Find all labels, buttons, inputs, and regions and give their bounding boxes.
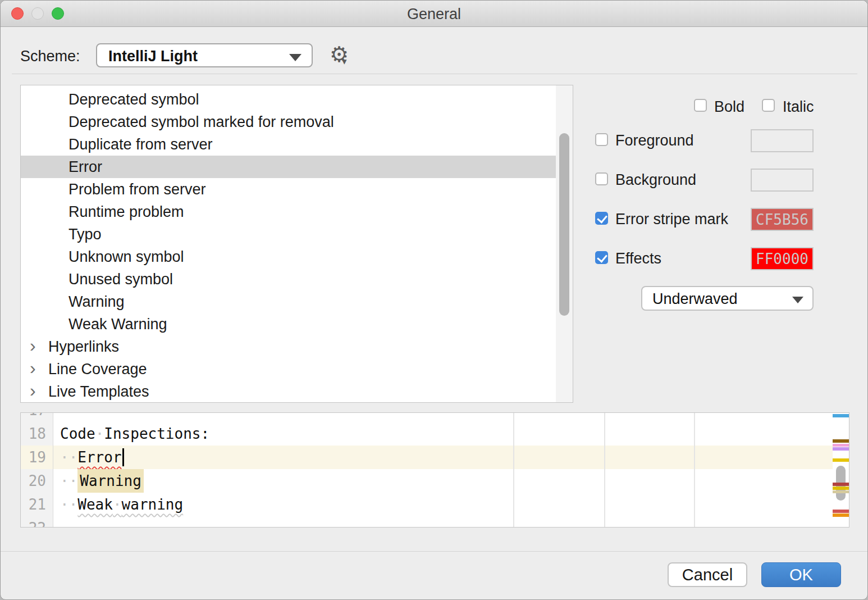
list-item[interactable]: Problem from server [21, 178, 556, 201]
title-bar: General [1, 1, 867, 27]
weak-warning-token: Weak·warning [77, 496, 183, 513]
italic-label: Italic [783, 98, 814, 116]
background-checkbox[interactable] [595, 172, 608, 185]
stripe-mark[interactable] [833, 510, 849, 513]
tree-group-line-coverage[interactable]: ›Line Coverage [21, 358, 556, 380]
error-stripe-label: Error stripe mark [615, 211, 728, 228]
list-item-selected[interactable]: Error [21, 156, 556, 178]
window-title: General [1, 6, 867, 23]
list-item[interactable]: Deprecated symbol [21, 88, 556, 111]
error-stripe-color-swatch[interactable]: CF5B56 [751, 208, 814, 231]
stripe-mark[interactable] [833, 439, 849, 443]
chevron-down-icon [792, 297, 803, 303]
list-item[interactable]: Unused symbol [21, 268, 556, 290]
list-item[interactable]: Deprecated symbol marked for removal [21, 111, 556, 133]
list-scrollbar-thumb[interactable] [559, 133, 569, 316]
stripe-mark[interactable] [833, 444, 849, 447]
scheme-value: IntelliJ Light [108, 48, 198, 65]
line-number: 19 [21, 446, 53, 469]
tree-group-live-templates[interactable]: ›Live Templates [21, 380, 556, 403]
list-item[interactable]: Weak Warning [21, 313, 556, 335]
chevron-down-icon [289, 54, 301, 61]
footer-separator [1, 551, 867, 552]
effects-checkbox[interactable] [595, 251, 608, 264]
editor-line: 21 ··Weak·warning [21, 493, 833, 516]
line-number: 17 [21, 412, 53, 422]
effects-label: Effects [615, 250, 661, 267]
editor-line: 20 ··Warning [21, 469, 833, 493]
column-guide [604, 413, 605, 527]
bold-checkbox[interactable] [694, 99, 707, 112]
foreground-checkbox[interactable] [595, 133, 608, 146]
foreground-label: Foreground [615, 132, 694, 149]
editor-line: 18 Code·Inspections: [21, 422, 833, 446]
list-item[interactable]: Unknown symbol [21, 246, 556, 268]
stripe-mark[interactable] [833, 414, 849, 417]
editor-line-current: 19 ··Error [21, 446, 833, 469]
error-token: Error [77, 449, 121, 466]
stripe-mark[interactable] [833, 513, 849, 517]
preview-editor: 17 18 Code·Inspections: 19 ··Error 20 ··… [20, 412, 849, 528]
text-caret [122, 448, 124, 466]
bold-label: Bold [714, 98, 744, 116]
scheme-label: Scheme: [20, 48, 80, 65]
effects-color-swatch[interactable]: FF0000 [751, 247, 814, 270]
stripe-mark[interactable] [833, 458, 849, 462]
editor-line: 17 [21, 412, 833, 422]
background-label: Background [615, 171, 696, 189]
ok-button[interactable]: OK [761, 562, 841, 587]
list-item[interactable]: Warning [21, 290, 556, 313]
list-scrollbar-track[interactable] [556, 85, 573, 402]
tree-group-hyperlinks[interactable]: ›Hyperlinks [21, 335, 556, 358]
chevron-right-icon[interactable]: › [30, 379, 36, 402]
italic-checkbox[interactable] [762, 99, 775, 112]
column-guide [513, 413, 514, 527]
error-stripe-column [833, 413, 849, 527]
stripe-mark[interactable] [833, 483, 849, 486]
warning-token: Warning [77, 469, 144, 493]
list-item[interactable]: Runtime problem [21, 201, 556, 223]
line-number: 22 [21, 516, 53, 528]
chevron-right-icon[interactable]: › [30, 334, 36, 357]
stripe-mark[interactable] [833, 447, 849, 451]
foreground-color-swatch[interactable] [751, 129, 814, 152]
effect-type-value: Underwaved [652, 290, 738, 308]
cancel-button[interactable]: Cancel [668, 562, 747, 587]
header-separator [12, 74, 857, 74]
stripe-mark[interactable] [833, 487, 849, 490]
list-item[interactable]: Duplicate from server [21, 133, 556, 156]
background-color-swatch[interactable] [751, 169, 814, 192]
effect-type-dropdown[interactable]: Underwaved [641, 286, 814, 311]
chevron-right-icon[interactable]: › [30, 357, 36, 379]
line-number: 21 [21, 493, 53, 516]
column-guide [694, 413, 695, 527]
gear-dropdown-caret-icon: ▾ [342, 56, 347, 67]
scheme-dropdown[interactable]: IntelliJ Light [96, 43, 313, 67]
line-number: 18 [21, 422, 53, 446]
list-item[interactable]: Typo [21, 223, 556, 246]
attribute-list: Deprecated symbol Deprecated symbol mark… [20, 85, 573, 403]
stripe-mark[interactable] [833, 490, 849, 493]
settings-dialog: General Scheme: IntelliJ Light ⚙ ▾ Depre… [0, 0, 868, 600]
error-stripe-checkbox[interactable] [595, 212, 608, 225]
editor-line: 22 [21, 516, 833, 528]
line-number: 20 [21, 469, 53, 493]
